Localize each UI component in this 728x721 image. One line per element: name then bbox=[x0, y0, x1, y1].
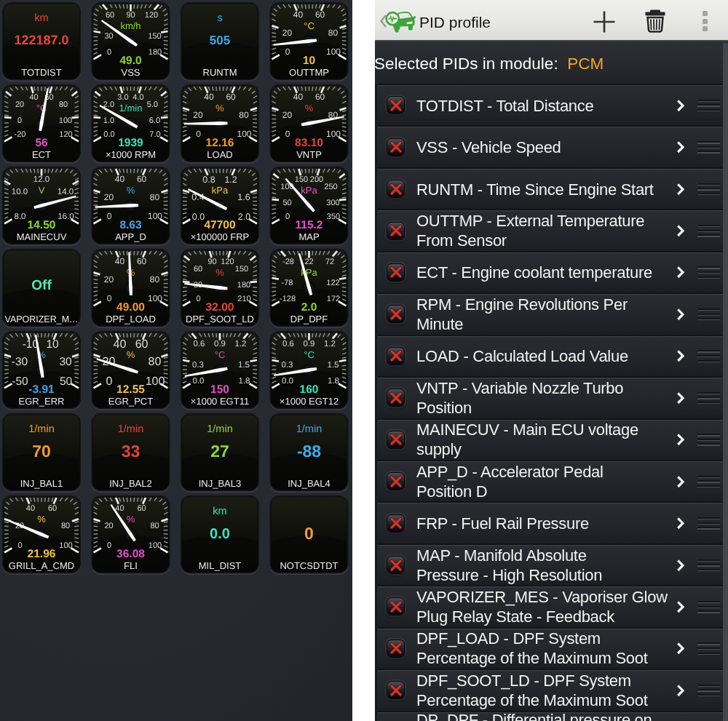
svg-text:300: 300 bbox=[326, 199, 339, 207]
svg-text:80: 80 bbox=[150, 522, 159, 530]
svg-text:20: 20 bbox=[104, 274, 114, 284]
svg-text:122187.0: 122187.0 bbox=[14, 33, 68, 47]
svg-text:30: 30 bbox=[59, 356, 72, 368]
svg-text:-3.91: -3.91 bbox=[28, 383, 55, 396]
svg-text:40: 40 bbox=[29, 93, 38, 102]
svg-text:1.2: 1.2 bbox=[324, 340, 336, 348]
svg-text:180: 180 bbox=[149, 48, 162, 57]
svg-text:1/min: 1/min bbox=[28, 423, 54, 435]
svg-text:7.0: 7.0 bbox=[149, 130, 160, 139]
svg-text:16.0: 16.0 bbox=[58, 212, 74, 221]
svg-text:150: 150 bbox=[148, 32, 161, 41]
svg-text:50: 50 bbox=[60, 375, 73, 388]
svg-text:1.8: 1.8 bbox=[328, 377, 339, 386]
svg-text:DPF_LOAD: DPF_LOAD bbox=[106, 314, 156, 324]
svg-text:100: 100 bbox=[326, 129, 341, 139]
svg-text:56: 56 bbox=[35, 137, 48, 149]
svg-text:%: % bbox=[215, 267, 224, 278]
svg-text:MAP: MAP bbox=[298, 231, 319, 242]
svg-text:0: 0 bbox=[285, 47, 290, 57]
svg-text:20: 20 bbox=[193, 110, 203, 120]
svg-text:49.00: 49.00 bbox=[116, 301, 145, 314]
svg-text:MAINECUV: MAINECUV bbox=[17, 231, 67, 242]
svg-text:0: 0 bbox=[196, 295, 200, 303]
svg-text:0: 0 bbox=[107, 541, 111, 550]
svg-text:350: 350 bbox=[327, 212, 340, 221]
svg-text:12.16: 12.16 bbox=[206, 137, 234, 149]
svg-text:40: 40 bbox=[26, 504, 35, 513]
svg-text:kPa: kPa bbox=[212, 185, 229, 196]
svg-text:ECT: ECT bbox=[32, 149, 51, 160]
svg-text:172: 172 bbox=[327, 295, 340, 303]
svg-text:×1000 EGT12: ×1000 EGT12 bbox=[280, 396, 339, 407]
svg-text:22: 22 bbox=[304, 258, 313, 266]
svg-text:0.9: 0.9 bbox=[304, 340, 315, 348]
svg-text:%: % bbox=[215, 103, 224, 113]
svg-text:FLI: FLI bbox=[124, 560, 138, 571]
svg-text:4.0: 4.0 bbox=[132, 93, 143, 102]
svg-text:VAPORIZER_M…: VAPORIZER_M… bbox=[5, 314, 79, 324]
svg-text:-50: -50 bbox=[12, 375, 28, 388]
svg-text:60: 60 bbox=[315, 92, 325, 102]
svg-text:1.5: 1.5 bbox=[328, 361, 339, 370]
svg-text:-30: -30 bbox=[12, 356, 28, 368]
svg-text:60: 60 bbox=[135, 338, 149, 351]
svg-text:40: 40 bbox=[293, 9, 304, 20]
svg-text:14.50: 14.50 bbox=[28, 219, 56, 231]
svg-text:VNTP: VNTP bbox=[296, 149, 322, 160]
svg-text:s: s bbox=[217, 12, 222, 24]
svg-text:%: % bbox=[127, 349, 135, 360]
svg-text:36.08: 36.08 bbox=[116, 548, 145, 560]
svg-text:km: km bbox=[213, 506, 226, 517]
svg-text:20: 20 bbox=[15, 100, 24, 109]
svg-text:150: 150 bbox=[295, 175, 308, 184]
svg-text:EGR_ERR: EGR_ERR bbox=[19, 396, 65, 407]
svg-text:0: 0 bbox=[17, 541, 22, 550]
svg-text:150: 150 bbox=[235, 265, 248, 274]
svg-text:100: 100 bbox=[59, 116, 72, 125]
svg-text:1/min: 1/min bbox=[119, 103, 143, 113]
svg-text:90: 90 bbox=[126, 11, 135, 20]
svg-text:40: 40 bbox=[115, 174, 125, 184]
svg-text:0: 0 bbox=[106, 375, 113, 388]
svg-text:km: km bbox=[34, 12, 48, 24]
svg-text:72: 72 bbox=[325, 258, 334, 266]
svg-text:100: 100 bbox=[59, 541, 72, 550]
svg-text:1939: 1939 bbox=[118, 137, 143, 149]
svg-text:47700: 47700 bbox=[204, 219, 235, 231]
svg-text:122: 122 bbox=[326, 279, 339, 287]
svg-text:0.0: 0.0 bbox=[282, 377, 293, 386]
svg-text:60: 60 bbox=[106, 11, 114, 20]
svg-text:6.0: 6.0 bbox=[149, 116, 160, 125]
svg-text:INJ_BAL1: INJ_BAL1 bbox=[20, 478, 63, 489]
svg-text:INJ_BAL4: INJ_BAL4 bbox=[288, 478, 331, 489]
svg-text:10: 10 bbox=[46, 338, 59, 351]
svg-text:°C: °C bbox=[304, 20, 314, 31]
svg-text:Off: Off bbox=[31, 278, 52, 293]
svg-text:0: 0 bbox=[107, 48, 111, 57]
svg-text:12.0: 12.0 bbox=[33, 175, 50, 184]
svg-text:DPF_SOOT_LD: DPF_SOOT_LD bbox=[186, 314, 254, 324]
svg-text:20: 20 bbox=[282, 110, 293, 120]
svg-text:1.2: 1.2 bbox=[224, 175, 237, 185]
svg-text:80: 80 bbox=[150, 192, 160, 202]
svg-text:0.0: 0.0 bbox=[210, 526, 230, 542]
svg-text:100: 100 bbox=[146, 375, 165, 388]
svg-text:250: 250 bbox=[324, 183, 337, 191]
svg-text:0.8: 0.8 bbox=[202, 175, 215, 185]
svg-text:TOTDIST: TOTDIST bbox=[21, 67, 61, 78]
svg-text:10.0: 10.0 bbox=[12, 188, 28, 196]
svg-text:60: 60 bbox=[315, 9, 325, 20]
svg-text:20: 20 bbox=[282, 28, 293, 38]
svg-text:100: 100 bbox=[237, 129, 251, 139]
svg-text:8.0: 8.0 bbox=[15, 212, 26, 221]
svg-text:km/h: km/h bbox=[120, 20, 141, 31]
svg-text:1.6: 1.6 bbox=[237, 192, 250, 202]
svg-text:12.55: 12.55 bbox=[116, 383, 145, 396]
svg-text:60: 60 bbox=[48, 504, 57, 513]
svg-text:1.8: 1.8 bbox=[239, 377, 250, 386]
svg-text:83.10: 83.10 bbox=[295, 137, 323, 149]
svg-text:×1000 RPM: ×1000 RPM bbox=[106, 149, 156, 160]
svg-text:0.0: 0.0 bbox=[192, 212, 205, 222]
svg-text:kPa: kPa bbox=[301, 185, 317, 196]
